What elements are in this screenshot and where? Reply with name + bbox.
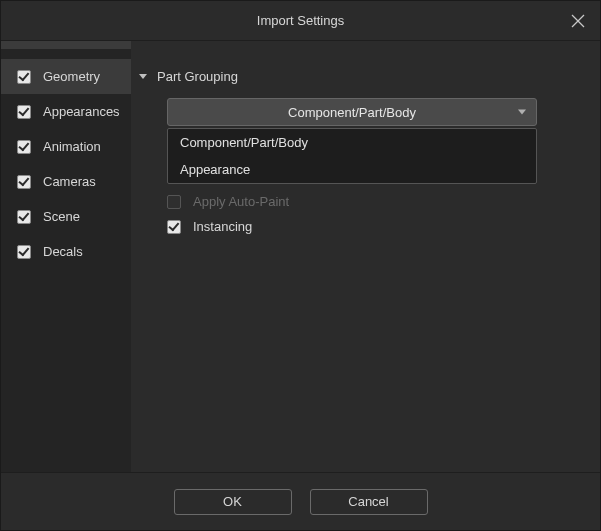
sidebar-label: Appearances xyxy=(43,104,120,119)
dropdown-list: Component/Part/Body Appearance xyxy=(167,128,537,184)
sidebar-label: Decals xyxy=(43,244,83,259)
sidebar-label: Animation xyxy=(43,139,101,154)
checkbox-instancing[interactable] xyxy=(167,220,181,234)
checkbox-cameras[interactable] xyxy=(17,175,31,189)
sidebar-item-decals[interactable]: Decals xyxy=(1,234,131,269)
dropdown-selected-text: Component/Part/Body xyxy=(288,105,416,120)
ok-label: OK xyxy=(223,494,242,509)
content-panel: Part Grouping Component/Part/Body Compon… xyxy=(131,49,600,472)
sidebar-item-geometry[interactable]: Geometry xyxy=(1,59,131,94)
part-grouping-dropdown-wrap: Component/Part/Body Component/Part/Body … xyxy=(167,98,537,126)
dialog-body: Geometry Appearances Animation Cameras S… xyxy=(1,49,600,472)
checkbox-auto-paint xyxy=(167,195,181,209)
close-icon xyxy=(571,14,585,28)
close-button[interactable] xyxy=(556,1,600,41)
sidebar: Geometry Appearances Animation Cameras S… xyxy=(1,49,131,472)
section-title: Part Grouping xyxy=(157,69,238,84)
dropdown-option-appearance[interactable]: Appearance xyxy=(168,156,536,183)
option-auto-paint: Apply Auto-Paint xyxy=(167,194,576,209)
import-settings-dialog: Import Settings Geometry Appearances Ani… xyxy=(0,0,601,531)
sidebar-item-animation[interactable]: Animation xyxy=(1,129,131,164)
checkbox-geometry[interactable] xyxy=(17,70,31,84)
checkbox-scene[interactable] xyxy=(17,210,31,224)
checkbox-decals[interactable] xyxy=(17,245,31,259)
part-grouping-dropdown[interactable]: Component/Part/Body xyxy=(167,98,537,126)
tab-strip-highlight xyxy=(1,41,600,49)
dropdown-option-component[interactable]: Component/Part/Body xyxy=(168,129,536,156)
option-instancing[interactable]: Instancing xyxy=(167,219,576,234)
dialog-title: Import Settings xyxy=(257,13,344,28)
sidebar-item-cameras[interactable]: Cameras xyxy=(1,164,131,199)
title-bar: Import Settings xyxy=(1,1,600,41)
ok-button[interactable]: OK xyxy=(174,489,292,515)
chevron-down-icon xyxy=(139,74,147,79)
sidebar-label: Cameras xyxy=(43,174,96,189)
cancel-button[interactable]: Cancel xyxy=(310,489,428,515)
chevron-down-icon xyxy=(518,110,526,115)
dialog-footer: OK Cancel xyxy=(1,472,600,530)
sidebar-item-scene[interactable]: Scene xyxy=(1,199,131,234)
checkbox-appearances[interactable] xyxy=(17,105,31,119)
checkbox-animation[interactable] xyxy=(17,140,31,154)
instancing-label: Instancing xyxy=(193,219,252,234)
section-header[interactable]: Part Grouping xyxy=(139,69,576,84)
cancel-label: Cancel xyxy=(348,494,388,509)
sidebar-label: Scene xyxy=(43,209,80,224)
sidebar-label: Geometry xyxy=(43,69,100,84)
auto-paint-label: Apply Auto-Paint xyxy=(193,194,289,209)
sidebar-item-appearances[interactable]: Appearances xyxy=(1,94,131,129)
